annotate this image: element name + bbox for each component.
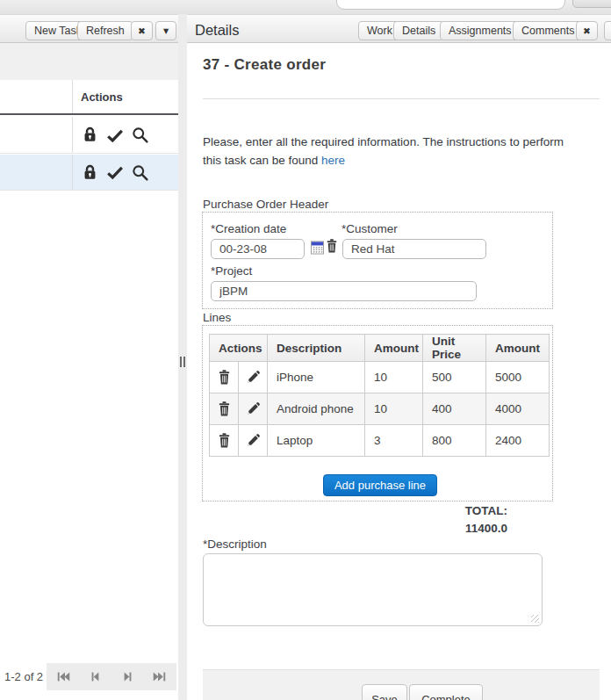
total-label: TOTAL: [404, 502, 507, 520]
po-header-legend: Purchase Order Header [203, 198, 328, 211]
delete-line-trash-icon[interactable] [217, 432, 232, 449]
col-header-amount-total: Amount [486, 335, 550, 362]
check-icon[interactable] [105, 162, 125, 182]
cell-unit-price: 500 [423, 362, 486, 393]
lock-icon[interactable] [81, 126, 99, 144]
complete-button[interactable]: Complete [409, 684, 483, 700]
customer-field[interactable] [342, 239, 486, 259]
project-field[interactable] [211, 281, 477, 301]
panel-menu-button[interactable]: ▼ [155, 21, 176, 40]
search-input[interactable] [336, 0, 565, 10]
next-page-icon[interactable] [119, 669, 136, 684]
top-strip [0, 0, 611, 14]
tab-details[interactable]: Details [393, 21, 444, 40]
cell-total: 4000 [486, 393, 550, 425]
cell-description: Android phone [268, 393, 365, 425]
cell-unit-price: 400 [423, 393, 486, 425]
cell-amount: 10 [365, 393, 423, 425]
add-purchase-line-button[interactable]: Add purchase line [323, 474, 437, 496]
panel-menu-button[interactable]: ▼ [604, 21, 611, 40]
lines-legend: Lines [203, 311, 231, 324]
close-panel-button[interactable]: ✖ [131, 21, 153, 40]
tab-assignments[interactable]: Assignments [440, 21, 521, 40]
check-icon[interactable] [105, 126, 125, 145]
close-panel-button[interactable]: ✖ [576, 21, 598, 40]
order-total: TOTAL: 11400.0 [404, 502, 507, 537]
creation-date-label: *Creation date [211, 222, 286, 235]
panel-title: Details [195, 22, 239, 39]
col-header-amount: Amount [365, 335, 423, 362]
task-row-selected[interactable] [0, 155, 178, 191]
resize-grip-icon[interactable] [531, 615, 539, 623]
edit-line-pencil-icon[interactable] [246, 433, 261, 448]
search-icon[interactable] [131, 163, 149, 182]
table-row: iPhone 10 500 5000 [210, 362, 550, 393]
delete-line-trash-icon[interactable] [217, 369, 232, 386]
lines-table: Actions Description Amount Unit Price Am… [209, 334, 550, 457]
description-wrap [203, 553, 543, 626]
creation-date-field[interactable] [211, 239, 305, 259]
delete-line-trash-icon[interactable] [217, 401, 232, 417]
po-header-fieldset: *Creation date *Customer *Project [202, 212, 553, 309]
search-icon[interactable] [131, 126, 149, 144]
grid-header-row: Actions [0, 80, 178, 115]
pager-range-label: 1-2 of 2 [4, 670, 43, 683]
lock-icon[interactable] [81, 163, 99, 182]
chevron-down-icon: ▼ [163, 27, 169, 35]
close-icon: ✖ [583, 25, 591, 36]
cell-total: 5000 [486, 362, 550, 393]
actions-column-header: Actions [81, 90, 123, 104]
task-row-empty-cell [0, 117, 73, 153]
topbar-button[interactable] [572, 0, 611, 8]
lines-fieldset: Actions Description Amount Unit Price Am… [202, 325, 553, 502]
first-page-icon[interactable] [55, 669, 72, 684]
task-instructions: Please, enter all the required informati… [203, 133, 582, 170]
divider [203, 98, 600, 99]
form-footer: Save Complete [203, 669, 600, 700]
lines-table-header-row: Actions Description Amount Unit Price Am… [210, 335, 550, 362]
instructions-link[interactable]: here [321, 154, 345, 167]
grid-filter-band [0, 43, 178, 80]
table-row: Laptop 3 800 2400 [210, 425, 550, 457]
description-label: *Description [203, 538, 267, 551]
details-toolbar: Details Work Details Assignments Comment… [187, 14, 611, 43]
cell-amount: 3 [365, 425, 423, 457]
tab-comments[interactable]: Comments [513, 21, 583, 40]
table-row: Android phone 10 400 4000 [210, 393, 550, 425]
edit-line-pencil-icon[interactable] [246, 401, 261, 416]
col-header-actions: Actions [210, 335, 268, 362]
col-header-unit-price: Unit Price [423, 335, 486, 362]
previous-page-icon[interactable] [87, 669, 104, 684]
total-value: 11400.0 [404, 520, 507, 538]
project-label: *Project [211, 264, 252, 278]
cell-amount: 10 [365, 362, 423, 393]
last-page-icon[interactable] [151, 669, 168, 684]
splitter-handle-icon[interactable] [180, 357, 185, 367]
grid-header-empty-cell [0, 80, 73, 113]
tasks-toolbar: New Task Refresh ✖ ▼ [0, 14, 178, 43]
save-button[interactable]: Save [362, 684, 407, 700]
close-icon: ✖ [138, 25, 146, 36]
customer-label: *Customer [341, 222, 398, 235]
panel-splitter[interactable] [178, 14, 187, 700]
description-field[interactable] [203, 553, 543, 626]
task-row-empty-cell [0, 155, 73, 190]
cell-description: Laptop [268, 425, 365, 457]
task-instructions-text: Please, enter all the required informati… [203, 135, 564, 167]
task-row[interactable] [0, 117, 178, 154]
edit-line-pencil-icon[interactable] [246, 370, 261, 385]
calendar-icon[interactable] [311, 240, 324, 255]
cell-description: iPhone [268, 362, 365, 393]
clear-date-trash-icon[interactable] [325, 237, 339, 255]
refresh-button[interactable]: Refresh [77, 21, 133, 40]
col-header-description: Description [268, 335, 365, 362]
task-heading: 37 - Create order [203, 56, 326, 74]
pager-controls [47, 663, 176, 690]
cell-unit-price: 800 [423, 425, 486, 457]
cell-total: 2400 [486, 425, 550, 457]
